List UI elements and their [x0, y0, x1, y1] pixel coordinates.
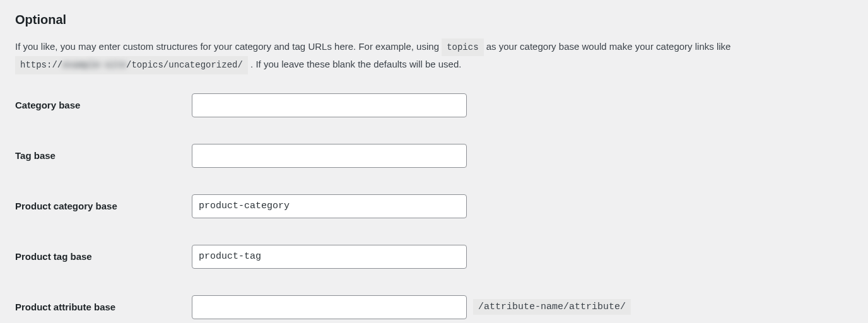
intro-text-after: . If you leave these blank the defaults … — [250, 59, 461, 69]
row-product-category-base: Product category base — [15, 194, 853, 218]
input-product-category-base[interactable] — [192, 194, 467, 218]
input-product-attribute-base[interactable] — [192, 295, 467, 319]
section-intro: If you like, you may enter custom struct… — [15, 38, 848, 74]
intro-code-topics: topics — [442, 38, 483, 56]
input-product-tag-base[interactable] — [192, 245, 467, 269]
row-tag-base: Tag base — [15, 144, 853, 168]
input-tag-base[interactable] — [192, 144, 467, 168]
label-tag-base: Tag base — [15, 150, 192, 161]
hint-product-attribute-base: /attribute-name/attribute/ — [473, 299, 631, 315]
intro-code-url: https://example-site/topics/uncategorize… — [15, 56, 248, 74]
input-category-base[interactable] — [192, 93, 467, 117]
label-product-tag-base: Product tag base — [15, 251, 192, 262]
intro-text-mid: as your category base would make your ca… — [486, 41, 731, 52]
label-product-attribute-base: Product attribute base — [15, 302, 192, 312]
label-category-base: Category base — [15, 100, 192, 110]
row-product-tag-base: Product tag base — [15, 245, 853, 269]
label-product-category-base: Product category base — [15, 201, 192, 211]
intro-text-before: If you like, you may enter custom struct… — [15, 41, 442, 52]
section-heading: Optional — [15, 13, 853, 27]
row-category-base: Category base — [15, 93, 853, 117]
row-product-attribute-base: Product attribute base /attribute-name/a… — [15, 295, 853, 319]
intro-code-url-blur: example-site — [62, 60, 126, 70]
